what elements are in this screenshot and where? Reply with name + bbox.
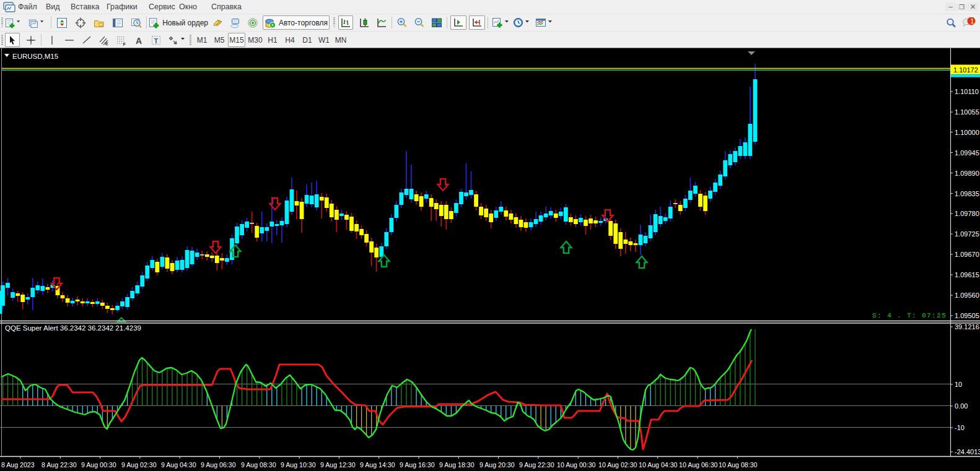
svg-text:-24.4013: -24.4013: [955, 448, 980, 456]
svg-text:10 Aug 02:30: 10 Aug 02:30: [598, 461, 637, 469]
svg-text:10: 10: [955, 381, 962, 388]
svg-text:1.10055: 1.10055: [955, 108, 979, 116]
svg-text:1.09780: 1.09780: [955, 210, 979, 217]
svg-text:QQE Super Alert 36.2342 36.234: QQE Super Alert 36.2342 36.2342 21.4239: [5, 324, 141, 332]
svg-text:9 Aug 18:30: 9 Aug 18:30: [439, 461, 475, 469]
svg-text:9 Aug 14:30: 9 Aug 14:30: [360, 461, 395, 469]
svg-text:1: 1: [970, 17, 974, 25]
svg-text:8 Aug 2023: 8 Aug 2023: [1, 461, 35, 469]
svg-text:1.09945: 1.09945: [955, 149, 979, 157]
svg-text:9 Aug 16:30: 9 Aug 16:30: [400, 461, 435, 469]
svg-text:1.09615: 1.09615: [955, 271, 979, 279]
svg-text:0.00: 0.00: [955, 402, 968, 410]
svg-text:9 Aug 06:30: 9 Aug 06:30: [201, 461, 236, 469]
svg-text:10 Aug 00:30: 10 Aug 00:30: [557, 461, 596, 469]
svg-text:9 Aug 02:30: 9 Aug 02:30: [121, 461, 157, 469]
svg-text:T: T: [154, 37, 159, 44]
svg-text:1.09505: 1.09505: [955, 312, 979, 319]
svg-text:1.09670: 1.09670: [955, 251, 979, 258]
svg-text:1.09835: 1.09835: [955, 190, 979, 197]
svg-text:9 Aug 10:30: 9 Aug 10:30: [281, 461, 316, 469]
svg-text:8 Aug 22:30: 8 Aug 22:30: [42, 461, 77, 469]
svg-text:1.09560: 1.09560: [955, 292, 979, 299]
svg-text:9 Aug 08:30: 9 Aug 08:30: [241, 461, 276, 469]
svg-text:10 Aug 08:30: 10 Aug 08:30: [719, 461, 758, 469]
svg-text:1.09890: 1.09890: [955, 170, 979, 177]
svg-text:-10: -10: [955, 424, 965, 431]
svg-text:1.10110: 1.10110: [955, 88, 979, 95]
svg-text:10 Aug 04:30: 10 Aug 04:30: [639, 461, 678, 469]
svg-text:1.10000: 1.10000: [955, 129, 979, 136]
svg-text:F: F: [123, 41, 126, 46]
svg-text:A: A: [136, 35, 142, 45]
svg-text:9 Aug 00:30: 9 Aug 00:30: [81, 461, 116, 469]
svg-text:9 Aug 04:30: 9 Aug 04:30: [161, 461, 196, 469]
svg-text:1.10172: 1.10172: [953, 66, 978, 74]
svg-text:1.09725: 1.09725: [955, 230, 979, 238]
svg-text:EURUSD,M15: EURUSD,M15: [12, 53, 58, 60]
svg-text:9 Aug 20:30: 9 Aug 20:30: [479, 461, 515, 469]
svg-text:E: E: [105, 41, 108, 46]
svg-text:39.1216: 39.1216: [955, 323, 979, 331]
svg-text:9 Aug 12:30: 9 Aug 12:30: [320, 461, 356, 469]
svg-text:9 Aug 22:30: 9 Aug 22:30: [519, 461, 554, 469]
svg-text:S: 4 . T: 07:25: S: 4 . T: 07:25: [872, 311, 947, 319]
svg-text:10 Aug 06:30: 10 Aug 06:30: [679, 461, 718, 469]
